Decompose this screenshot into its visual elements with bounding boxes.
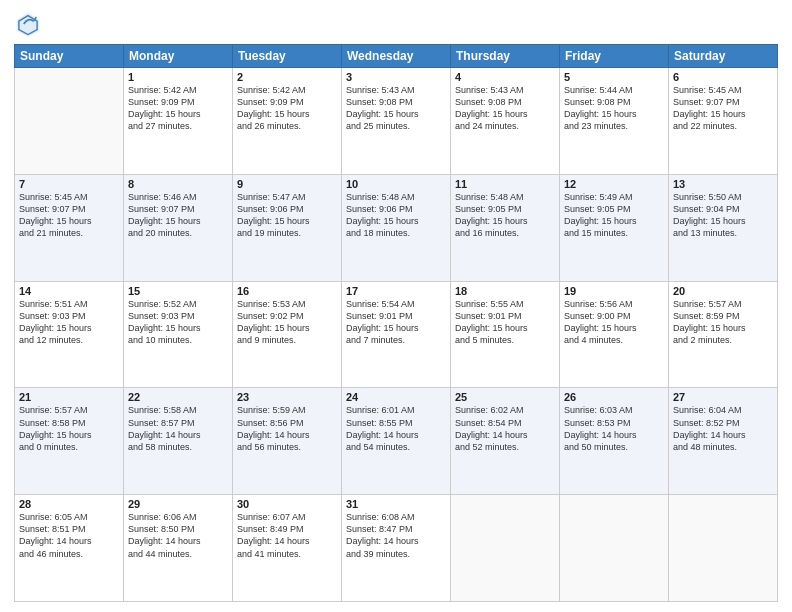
calendar-cell: 16Sunrise: 5:53 AM Sunset: 9:02 PM Dayli…: [233, 281, 342, 388]
calendar-cell: 3Sunrise: 5:43 AM Sunset: 9:08 PM Daylig…: [342, 68, 451, 175]
calendar-table: SundayMondayTuesdayWednesdayThursdayFrid…: [14, 44, 778, 602]
calendar-week-row: 28Sunrise: 6:05 AM Sunset: 8:51 PM Dayli…: [15, 495, 778, 602]
day-number: 6: [673, 71, 773, 83]
calendar-cell: 15Sunrise: 5:52 AM Sunset: 9:03 PM Dayli…: [124, 281, 233, 388]
calendar-week-row: 21Sunrise: 5:57 AM Sunset: 8:58 PM Dayli…: [15, 388, 778, 495]
day-number: 19: [564, 285, 664, 297]
calendar-cell: 21Sunrise: 5:57 AM Sunset: 8:58 PM Dayli…: [15, 388, 124, 495]
day-info: Sunrise: 5:48 AM Sunset: 9:06 PM Dayligh…: [346, 191, 446, 240]
day-info: Sunrise: 5:50 AM Sunset: 9:04 PM Dayligh…: [673, 191, 773, 240]
day-number: 10: [346, 178, 446, 190]
day-info: Sunrise: 5:42 AM Sunset: 9:09 PM Dayligh…: [128, 84, 228, 133]
col-header-sunday: Sunday: [15, 45, 124, 68]
day-number: 7: [19, 178, 119, 190]
calendar-cell: 5Sunrise: 5:44 AM Sunset: 9:08 PM Daylig…: [560, 68, 669, 175]
logo: [14, 10, 46, 38]
day-info: Sunrise: 5:55 AM Sunset: 9:01 PM Dayligh…: [455, 298, 555, 347]
calendar-cell: [15, 68, 124, 175]
calendar-cell: 29Sunrise: 6:06 AM Sunset: 8:50 PM Dayli…: [124, 495, 233, 602]
calendar-cell: 7Sunrise: 5:45 AM Sunset: 9:07 PM Daylig…: [15, 174, 124, 281]
col-header-tuesday: Tuesday: [233, 45, 342, 68]
day-info: Sunrise: 6:06 AM Sunset: 8:50 PM Dayligh…: [128, 511, 228, 560]
day-info: Sunrise: 5:52 AM Sunset: 9:03 PM Dayligh…: [128, 298, 228, 347]
day-info: Sunrise: 6:04 AM Sunset: 8:52 PM Dayligh…: [673, 404, 773, 453]
day-info: Sunrise: 5:42 AM Sunset: 9:09 PM Dayligh…: [237, 84, 337, 133]
col-header-saturday: Saturday: [669, 45, 778, 68]
calendar-cell: 2Sunrise: 5:42 AM Sunset: 9:09 PM Daylig…: [233, 68, 342, 175]
calendar-cell: 28Sunrise: 6:05 AM Sunset: 8:51 PM Dayli…: [15, 495, 124, 602]
day-info: Sunrise: 5:57 AM Sunset: 8:58 PM Dayligh…: [19, 404, 119, 453]
calendar-cell: 23Sunrise: 5:59 AM Sunset: 8:56 PM Dayli…: [233, 388, 342, 495]
calendar-cell: 20Sunrise: 5:57 AM Sunset: 8:59 PM Dayli…: [669, 281, 778, 388]
calendar-header-row: SundayMondayTuesdayWednesdayThursdayFrid…: [15, 45, 778, 68]
day-number: 12: [564, 178, 664, 190]
day-number: 26: [564, 391, 664, 403]
day-info: Sunrise: 6:01 AM Sunset: 8:55 PM Dayligh…: [346, 404, 446, 453]
calendar-cell: 19Sunrise: 5:56 AM Sunset: 9:00 PM Dayli…: [560, 281, 669, 388]
day-info: Sunrise: 5:48 AM Sunset: 9:05 PM Dayligh…: [455, 191, 555, 240]
col-header-monday: Monday: [124, 45, 233, 68]
calendar-cell: 24Sunrise: 6:01 AM Sunset: 8:55 PM Dayli…: [342, 388, 451, 495]
header: [14, 10, 778, 38]
calendar-cell: 13Sunrise: 5:50 AM Sunset: 9:04 PM Dayli…: [669, 174, 778, 281]
day-info: Sunrise: 5:45 AM Sunset: 9:07 PM Dayligh…: [19, 191, 119, 240]
calendar-cell: 4Sunrise: 5:43 AM Sunset: 9:08 PM Daylig…: [451, 68, 560, 175]
day-info: Sunrise: 5:45 AM Sunset: 9:07 PM Dayligh…: [673, 84, 773, 133]
day-number: 1: [128, 71, 228, 83]
calendar-cell: 25Sunrise: 6:02 AM Sunset: 8:54 PM Dayli…: [451, 388, 560, 495]
col-header-wednesday: Wednesday: [342, 45, 451, 68]
day-info: Sunrise: 5:49 AM Sunset: 9:05 PM Dayligh…: [564, 191, 664, 240]
calendar-cell: 18Sunrise: 5:55 AM Sunset: 9:01 PM Dayli…: [451, 281, 560, 388]
day-number: 20: [673, 285, 773, 297]
day-number: 8: [128, 178, 228, 190]
calendar-cell: 8Sunrise: 5:46 AM Sunset: 9:07 PM Daylig…: [124, 174, 233, 281]
day-number: 11: [455, 178, 555, 190]
day-number: 23: [237, 391, 337, 403]
day-info: Sunrise: 6:08 AM Sunset: 8:47 PM Dayligh…: [346, 511, 446, 560]
day-number: 16: [237, 285, 337, 297]
calendar-cell: 27Sunrise: 6:04 AM Sunset: 8:52 PM Dayli…: [669, 388, 778, 495]
calendar-cell: 12Sunrise: 5:49 AM Sunset: 9:05 PM Dayli…: [560, 174, 669, 281]
day-info: Sunrise: 5:51 AM Sunset: 9:03 PM Dayligh…: [19, 298, 119, 347]
day-info: Sunrise: 6:02 AM Sunset: 8:54 PM Dayligh…: [455, 404, 555, 453]
calendar-cell: 22Sunrise: 5:58 AM Sunset: 8:57 PM Dayli…: [124, 388, 233, 495]
day-number: 14: [19, 285, 119, 297]
calendar-cell: 17Sunrise: 5:54 AM Sunset: 9:01 PM Dayli…: [342, 281, 451, 388]
calendar-cell: 14Sunrise: 5:51 AM Sunset: 9:03 PM Dayli…: [15, 281, 124, 388]
day-number: 30: [237, 498, 337, 510]
day-info: Sunrise: 5:59 AM Sunset: 8:56 PM Dayligh…: [237, 404, 337, 453]
day-info: Sunrise: 5:54 AM Sunset: 9:01 PM Dayligh…: [346, 298, 446, 347]
day-number: 9: [237, 178, 337, 190]
day-number: 29: [128, 498, 228, 510]
day-info: Sunrise: 5:58 AM Sunset: 8:57 PM Dayligh…: [128, 404, 228, 453]
day-info: Sunrise: 6:03 AM Sunset: 8:53 PM Dayligh…: [564, 404, 664, 453]
day-number: 3: [346, 71, 446, 83]
day-number: 24: [346, 391, 446, 403]
calendar-cell: [669, 495, 778, 602]
calendar-cell: 26Sunrise: 6:03 AM Sunset: 8:53 PM Dayli…: [560, 388, 669, 495]
day-info: Sunrise: 6:05 AM Sunset: 8:51 PM Dayligh…: [19, 511, 119, 560]
day-number: 22: [128, 391, 228, 403]
day-info: Sunrise: 5:44 AM Sunset: 9:08 PM Dayligh…: [564, 84, 664, 133]
day-number: 5: [564, 71, 664, 83]
day-number: 4: [455, 71, 555, 83]
calendar-cell: 6Sunrise: 5:45 AM Sunset: 9:07 PM Daylig…: [669, 68, 778, 175]
calendar-cell: [560, 495, 669, 602]
page: SundayMondayTuesdayWednesdayThursdayFrid…: [0, 0, 792, 612]
day-number: 21: [19, 391, 119, 403]
calendar-cell: 30Sunrise: 6:07 AM Sunset: 8:49 PM Dayli…: [233, 495, 342, 602]
day-number: 25: [455, 391, 555, 403]
col-header-friday: Friday: [560, 45, 669, 68]
calendar-cell: 11Sunrise: 5:48 AM Sunset: 9:05 PM Dayli…: [451, 174, 560, 281]
day-number: 18: [455, 285, 555, 297]
day-info: Sunrise: 5:53 AM Sunset: 9:02 PM Dayligh…: [237, 298, 337, 347]
calendar-cell: 31Sunrise: 6:08 AM Sunset: 8:47 PM Dayli…: [342, 495, 451, 602]
calendar-week-row: 7Sunrise: 5:45 AM Sunset: 9:07 PM Daylig…: [15, 174, 778, 281]
day-number: 27: [673, 391, 773, 403]
day-number: 2: [237, 71, 337, 83]
day-info: Sunrise: 5:56 AM Sunset: 9:00 PM Dayligh…: [564, 298, 664, 347]
calendar-cell: [451, 495, 560, 602]
day-info: Sunrise: 5:47 AM Sunset: 9:06 PM Dayligh…: [237, 191, 337, 240]
calendar-cell: 9Sunrise: 5:47 AM Sunset: 9:06 PM Daylig…: [233, 174, 342, 281]
day-number: 15: [128, 285, 228, 297]
